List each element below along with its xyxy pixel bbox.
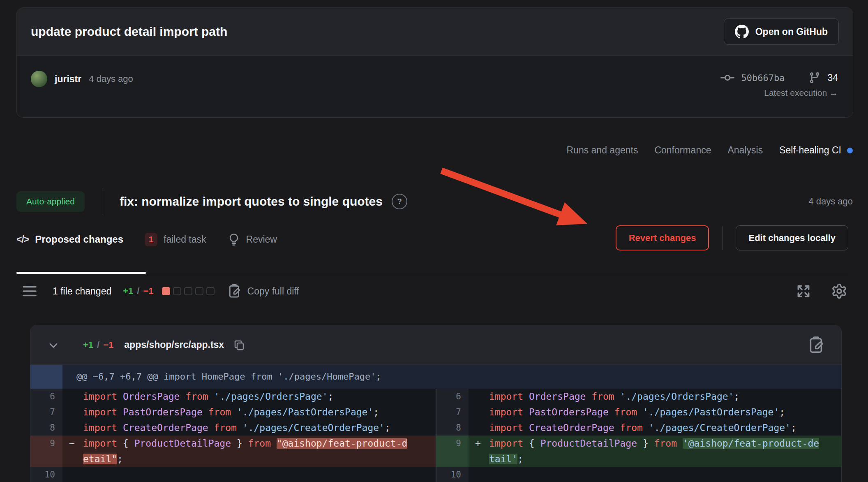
code-token bbox=[271, 438, 277, 449]
code-token: './pages/OrdersPage' bbox=[620, 391, 734, 402]
active-dot bbox=[847, 148, 853, 153]
diff-row: 7import PastOrdersPage from './pages/Pas… bbox=[30, 404, 436, 420]
nav-tab-label: Analysis bbox=[727, 145, 763, 156]
diff-split-view: 6import OrdersPage from './pages/OrdersP… bbox=[30, 389, 841, 482]
tab-review[interactable]: Review bbox=[228, 233, 277, 246]
diff-blocks-indicator bbox=[162, 287, 215, 295]
tab-failed-task[interactable]: 1failed task bbox=[145, 233, 206, 246]
code-token: import bbox=[489, 407, 523, 417]
tab-label: failed task bbox=[164, 234, 206, 245]
code-token: PastOrdersPage bbox=[529, 407, 609, 417]
commit-meta: 50b667ba 34 Latest execution → bbox=[720, 71, 838, 98]
code-token: ProductDetailPage bbox=[540, 438, 637, 449]
revert-changes-button[interactable]: Revert changes bbox=[616, 225, 709, 250]
code-token: import bbox=[83, 391, 117, 402]
code-token: { bbox=[523, 438, 540, 449]
code-token: from bbox=[214, 422, 237, 433]
file-diff-stats: +1 / −1 bbox=[83, 340, 113, 350]
code-line: import PastOrdersPage from './pages/Past… bbox=[469, 404, 841, 420]
file-list-menu-icon[interactable] bbox=[22, 285, 37, 297]
code-token: PastOrdersPage bbox=[123, 407, 203, 417]
copy-full-diff-button[interactable]: Copy full diff bbox=[229, 284, 299, 298]
hunk-text: @@ −6,7 +6,7 @@ import HomePage from './… bbox=[62, 365, 381, 389]
copy-file-diff-icon[interactable] bbox=[809, 336, 825, 354]
code-line: import CreateOrderPage from './pages/Cre… bbox=[469, 420, 841, 436]
nav-tabs: Runs and agentsConformanceAnalysisSelf-h… bbox=[567, 145, 853, 156]
diff-pane-old: 6import OrdersPage from './pages/OrdersP… bbox=[30, 389, 436, 482]
block-empty bbox=[206, 287, 215, 295]
code-token: './pages/CreateOrderPage' bbox=[242, 422, 385, 433]
gear-icon[interactable] bbox=[831, 283, 847, 299]
hunk-header: @@ −6,7 +6,7 @@ import HomePage from './… bbox=[30, 365, 841, 389]
code-token bbox=[231, 407, 237, 417]
code-token bbox=[586, 391, 591, 402]
self-healing-ci-page: update product detail import path Open o… bbox=[0, 0, 868, 482]
nav-tab-label: Conformance bbox=[654, 145, 711, 156]
nav-tab-runs-and-agents[interactable]: Runs and agents bbox=[567, 145, 638, 156]
diff-row: 8import CreateOrderPage from './pages/Cr… bbox=[436, 420, 841, 436]
auto-applied-badge: Auto-applied bbox=[16, 191, 85, 212]
code-token: import bbox=[83, 422, 117, 433]
latest-execution-link[interactable]: Latest execution → bbox=[764, 88, 838, 98]
code-token bbox=[677, 438, 683, 449]
code-token: OrdersPage bbox=[123, 391, 180, 402]
execution-count[interactable]: 34 bbox=[827, 72, 838, 83]
nav-tab-conformance[interactable]: Conformance bbox=[654, 145, 711, 156]
code-token: } bbox=[637, 438, 654, 449]
copy-filename-icon[interactable] bbox=[233, 339, 245, 351]
line-number: 6 bbox=[30, 389, 62, 404]
code-line: import PastOrdersPage from './pages/Past… bbox=[62, 404, 436, 420]
edit-changes-locally-button[interactable]: Edit changes locally bbox=[736, 225, 848, 250]
diff-file-header: +1 / −1 apps/shop/src/app.tsx bbox=[30, 325, 841, 365]
open-on-github-button[interactable]: Open on GitHub bbox=[724, 19, 839, 45]
lightbulb-icon bbox=[228, 233, 240, 246]
author-name: juristr bbox=[55, 74, 81, 85]
chevron-down-icon[interactable] bbox=[47, 338, 60, 352]
page-title: update product detail import path bbox=[31, 25, 227, 39]
code-line: import OrdersPage from './pages/OrdersPa… bbox=[62, 389, 436, 404]
diff-sign: − bbox=[69, 436, 83, 451]
code-token: ProductDetailPage bbox=[134, 438, 231, 449]
code-token bbox=[208, 391, 214, 402]
clipboard-icon bbox=[229, 284, 242, 298]
tab-bar: </>Proposed changes1failed taskReview Re… bbox=[16, 222, 848, 275]
expand-icon[interactable] bbox=[796, 283, 811, 299]
block-deleted bbox=[162, 287, 170, 295]
code-token: ; bbox=[328, 391, 334, 402]
code-token: etail" bbox=[83, 454, 117, 464]
code-token bbox=[614, 422, 620, 433]
line-number: 10 bbox=[436, 467, 469, 482]
code-token: './pages/PastOrdersPage' bbox=[643, 407, 779, 417]
tab-label: Proposed changes bbox=[35, 234, 123, 245]
active-tab-underline bbox=[16, 272, 146, 274]
code-token: OrdersPage bbox=[529, 391, 586, 402]
commit-card-body: juristr 4 days ago 50b667ba 34 Latest ex… bbox=[17, 56, 853, 98]
tab-proposed-changes[interactable]: </>Proposed changes bbox=[16, 234, 123, 245]
code-line: import OrdersPage from './pages/OrdersPa… bbox=[469, 389, 841, 404]
line-number: 7 bbox=[436, 404, 469, 420]
code-token: from bbox=[248, 438, 271, 449]
file-name: apps/shop/src/app.tsx bbox=[124, 339, 224, 350]
diff-pane-new: 6import OrdersPage from './pages/OrdersP… bbox=[436, 389, 841, 482]
help-icon[interactable]: ? bbox=[392, 194, 407, 209]
code-token: ; bbox=[517, 454, 523, 464]
code-token: } bbox=[231, 438, 248, 449]
code-token: import bbox=[489, 438, 523, 449]
nav-tab-self-healing-ci[interactable]: Self-healing CI bbox=[779, 145, 853, 156]
line-number: 8 bbox=[436, 420, 469, 436]
avatar bbox=[31, 71, 47, 87]
author-row: juristr 4 days ago bbox=[31, 71, 133, 87]
divider bbox=[722, 226, 723, 250]
additions-count: +1 bbox=[123, 286, 133, 297]
code-icon: </> bbox=[16, 234, 29, 245]
commit-card: update product detail import path Open o… bbox=[16, 7, 853, 118]
nav-tab-analysis[interactable]: Analysis bbox=[727, 145, 763, 156]
code-token bbox=[643, 422, 649, 433]
code-token: { bbox=[117, 438, 134, 449]
git-branch-icon bbox=[808, 72, 821, 84]
code-token: './pages/OrdersPage' bbox=[214, 391, 328, 402]
code-token: './pages/CreateOrderPage' bbox=[649, 422, 791, 433]
line-number: 7 bbox=[30, 404, 62, 420]
nav-tab-label: Self-healing CI bbox=[779, 145, 841, 156]
code-token: import bbox=[489, 391, 523, 402]
